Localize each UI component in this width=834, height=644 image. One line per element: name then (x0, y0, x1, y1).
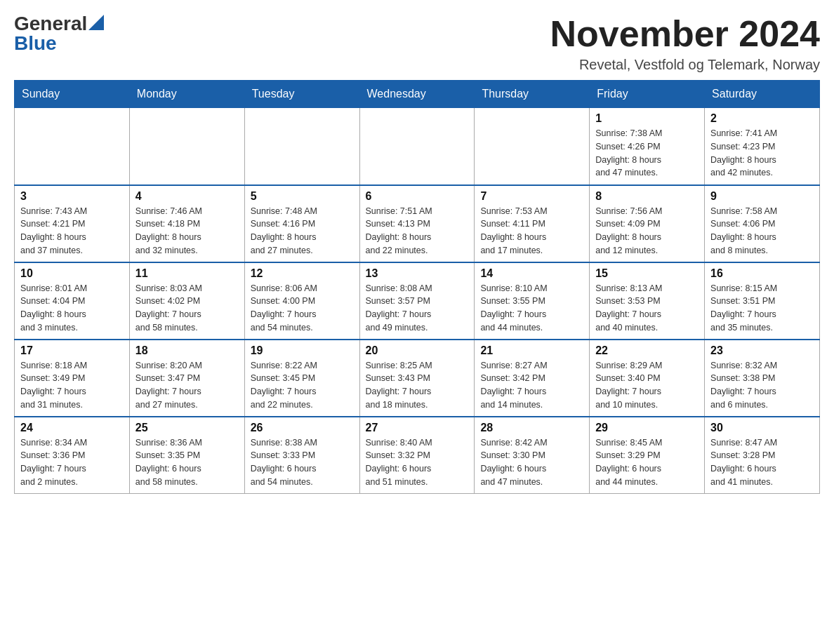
calendar-day-cell: 2Sunrise: 7:41 AM Sunset: 4:23 PM Daylig… (705, 108, 820, 185)
title-section: November 2024 Revetal, Vestfold og Telem… (550, 14, 820, 73)
day-info: Sunrise: 8:08 AM Sunset: 3:57 PM Dayligh… (366, 282, 469, 335)
weekday-header-sunday: Sunday (15, 81, 130, 108)
page-header: General Blue November 2024 Revetal, Vest… (14, 14, 820, 73)
calendar-day-cell: 7Sunrise: 7:53 AM Sunset: 4:11 PM Daylig… (475, 185, 590, 262)
day-number: 27 (366, 422, 469, 434)
day-number: 26 (251, 422, 354, 434)
calendar-day-cell: 26Sunrise: 8:38 AM Sunset: 3:33 PM Dayli… (244, 417, 359, 494)
calendar-day-cell: 13Sunrise: 8:08 AM Sunset: 3:57 PM Dayli… (359, 262, 475, 340)
day-number: 25 (135, 422, 239, 434)
day-info: Sunrise: 7:38 AM Sunset: 4:26 PM Dayligh… (595, 127, 699, 180)
logo-blue: Blue (14, 34, 57, 53)
calendar-day-cell: 15Sunrise: 8:13 AM Sunset: 3:53 PM Dayli… (590, 262, 705, 340)
day-info: Sunrise: 8:36 AM Sunset: 3:35 PM Dayligh… (135, 436, 239, 489)
calendar-week-row: 17Sunrise: 8:18 AM Sunset: 3:49 PM Dayli… (15, 340, 820, 417)
day-info: Sunrise: 7:58 AM Sunset: 4:06 PM Dayligh… (710, 205, 814, 257)
logo: General Blue (14, 14, 104, 53)
logo-triangle-icon (88, 15, 104, 30)
calendar-week-row: 24Sunrise: 8:34 AM Sunset: 3:36 PM Dayli… (15, 417, 820, 494)
day-number: 13 (366, 267, 469, 280)
calendar-day-cell: 12Sunrise: 8:06 AM Sunset: 4:00 PM Dayli… (244, 262, 359, 340)
calendar-day-cell: 21Sunrise: 8:27 AM Sunset: 3:42 PM Dayli… (475, 340, 590, 417)
weekday-header-wednesday: Wednesday (359, 81, 475, 108)
day-number: 4 (135, 190, 239, 203)
day-number: 21 (480, 344, 583, 357)
day-number: 8 (595, 190, 699, 203)
day-info: Sunrise: 8:32 AM Sunset: 3:38 PM Dayligh… (710, 359, 814, 412)
day-info: Sunrise: 8:20 AM Sunset: 3:47 PM Dayligh… (135, 359, 239, 412)
calendar-day-cell: 28Sunrise: 8:42 AM Sunset: 3:30 PM Dayli… (475, 417, 590, 494)
day-number: 14 (480, 267, 583, 280)
day-number: 19 (251, 344, 354, 357)
weekday-header-saturday: Saturday (705, 81, 820, 108)
day-number: 24 (20, 422, 124, 434)
day-info: Sunrise: 7:48 AM Sunset: 4:16 PM Dayligh… (251, 205, 354, 257)
day-info: Sunrise: 8:29 AM Sunset: 3:40 PM Dayligh… (595, 359, 699, 412)
calendar-day-cell (244, 108, 359, 185)
calendar-day-cell: 1Sunrise: 7:38 AM Sunset: 4:26 PM Daylig… (590, 108, 705, 185)
day-number: 3 (20, 190, 124, 203)
day-info: Sunrise: 7:53 AM Sunset: 4:11 PM Dayligh… (480, 205, 583, 257)
day-info: Sunrise: 8:13 AM Sunset: 3:53 PM Dayligh… (595, 282, 699, 335)
day-number: 6 (366, 190, 469, 203)
weekday-header-friday: Friday (590, 81, 705, 108)
day-info: Sunrise: 8:15 AM Sunset: 3:51 PM Dayligh… (710, 282, 814, 335)
calendar-day-cell: 11Sunrise: 8:03 AM Sunset: 4:02 PM Dayli… (129, 262, 244, 340)
calendar-day-cell (129, 108, 244, 185)
calendar-day-cell: 25Sunrise: 8:36 AM Sunset: 3:35 PM Dayli… (129, 417, 244, 494)
calendar-table: SundayMondayTuesdayWednesdayThursdayFrid… (14, 80, 820, 494)
weekday-header-thursday: Thursday (475, 81, 590, 108)
weekday-header-tuesday: Tuesday (244, 81, 359, 108)
weekday-header-monday: Monday (129, 81, 244, 108)
day-number: 5 (251, 190, 354, 203)
calendar-day-cell: 24Sunrise: 8:34 AM Sunset: 3:36 PM Dayli… (15, 417, 130, 494)
day-info: Sunrise: 8:34 AM Sunset: 3:36 PM Dayligh… (20, 436, 124, 489)
calendar-day-cell: 16Sunrise: 8:15 AM Sunset: 3:51 PM Dayli… (705, 262, 820, 340)
day-number: 28 (480, 422, 583, 434)
calendar-day-cell: 17Sunrise: 8:18 AM Sunset: 3:49 PM Dayli… (15, 340, 130, 417)
day-number: 2 (710, 112, 814, 125)
calendar-day-cell: 14Sunrise: 8:10 AM Sunset: 3:55 PM Dayli… (475, 262, 590, 340)
day-info: Sunrise: 8:42 AM Sunset: 3:30 PM Dayligh… (480, 436, 583, 489)
day-info: Sunrise: 8:10 AM Sunset: 3:55 PM Dayligh… (480, 282, 583, 335)
day-number: 7 (480, 190, 583, 203)
weekday-header-row: SundayMondayTuesdayWednesdayThursdayFrid… (15, 81, 820, 108)
day-info: Sunrise: 8:47 AM Sunset: 3:28 PM Dayligh… (710, 436, 814, 489)
day-number: 15 (595, 267, 699, 280)
calendar-day-cell: 10Sunrise: 8:01 AM Sunset: 4:04 PM Dayli… (15, 262, 130, 340)
calendar-day-cell: 23Sunrise: 8:32 AM Sunset: 3:38 PM Dayli… (705, 340, 820, 417)
day-number: 30 (710, 422, 814, 434)
svg-marker-0 (88, 15, 104, 30)
day-info: Sunrise: 8:27 AM Sunset: 3:42 PM Dayligh… (480, 359, 583, 412)
calendar-day-cell: 6Sunrise: 7:51 AM Sunset: 4:13 PM Daylig… (359, 185, 475, 262)
day-number: 22 (595, 344, 699, 357)
calendar-day-cell: 27Sunrise: 8:40 AM Sunset: 3:32 PM Dayli… (359, 417, 475, 494)
day-info: Sunrise: 8:22 AM Sunset: 3:45 PM Dayligh… (251, 359, 354, 412)
day-info: Sunrise: 7:46 AM Sunset: 4:18 PM Dayligh… (135, 205, 239, 257)
calendar-day-cell: 29Sunrise: 8:45 AM Sunset: 3:29 PM Dayli… (590, 417, 705, 494)
calendar-day-cell: 5Sunrise: 7:48 AM Sunset: 4:16 PM Daylig… (244, 185, 359, 262)
calendar-week-row: 10Sunrise: 8:01 AM Sunset: 4:04 PM Dayli… (15, 262, 820, 340)
calendar-day-cell (15, 108, 130, 185)
day-info: Sunrise: 8:01 AM Sunset: 4:04 PM Dayligh… (20, 282, 124, 335)
day-info: Sunrise: 8:40 AM Sunset: 3:32 PM Dayligh… (366, 436, 469, 489)
calendar-day-cell: 3Sunrise: 7:43 AM Sunset: 4:21 PM Daylig… (15, 185, 130, 262)
day-info: Sunrise: 8:45 AM Sunset: 3:29 PM Dayligh… (595, 436, 699, 489)
calendar-day-cell: 4Sunrise: 7:46 AM Sunset: 4:18 PM Daylig… (129, 185, 244, 262)
day-number: 9 (710, 190, 814, 203)
location-subtitle: Revetal, Vestfold og Telemark, Norway (550, 57, 820, 73)
day-info: Sunrise: 7:56 AM Sunset: 4:09 PM Dayligh… (595, 205, 699, 257)
day-info: Sunrise: 8:25 AM Sunset: 3:43 PM Dayligh… (366, 359, 469, 412)
calendar-day-cell (359, 108, 475, 185)
calendar-day-cell: 30Sunrise: 8:47 AM Sunset: 3:28 PM Dayli… (705, 417, 820, 494)
calendar-day-cell: 9Sunrise: 7:58 AM Sunset: 4:06 PM Daylig… (705, 185, 820, 262)
calendar-day-cell: 20Sunrise: 8:25 AM Sunset: 3:43 PM Dayli… (359, 340, 475, 417)
day-number: 18 (135, 344, 239, 357)
logo-general: General (14, 14, 87, 34)
day-number: 11 (135, 267, 239, 280)
day-number: 20 (366, 344, 469, 357)
day-info: Sunrise: 8:38 AM Sunset: 3:33 PM Dayligh… (251, 436, 354, 489)
day-number: 29 (595, 422, 699, 434)
month-title: November 2024 (550, 14, 820, 54)
calendar-day-cell: 22Sunrise: 8:29 AM Sunset: 3:40 PM Dayli… (590, 340, 705, 417)
